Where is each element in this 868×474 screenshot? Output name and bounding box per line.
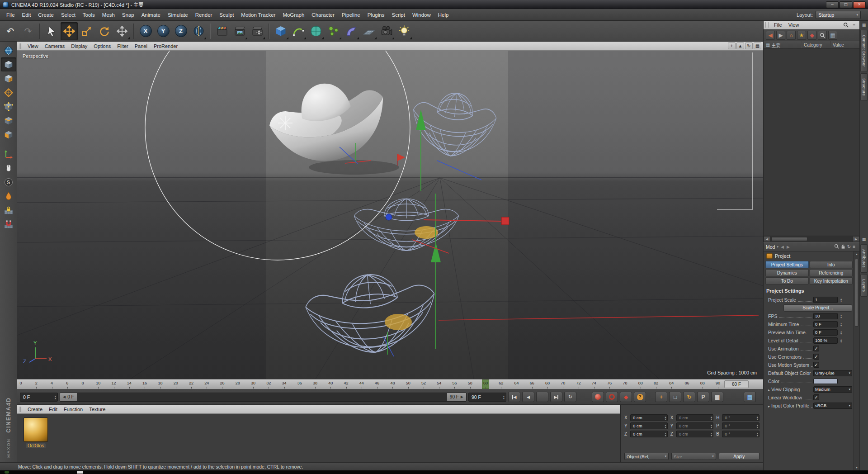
points-mode-button[interactable] [1, 100, 16, 114]
scrub-handle-start[interactable]: ◀0 F [60, 393, 77, 401]
menu-help[interactable]: Help [434, 10, 453, 20]
scroll-right-icon[interactable]: ▶ [853, 236, 859, 242]
attr-color-swatch[interactable] [813, 379, 838, 384]
attribute-mode-menu[interactable]: Mod [766, 244, 775, 250]
menu-snap[interactable]: Snap [118, 10, 138, 20]
timeline-ruler[interactable]: 0246810121416182022242628303234363840424… [17, 379, 763, 389]
enable-axis-button[interactable] [1, 147, 16, 161]
goto-start-button[interactable]: ◀ [508, 392, 520, 402]
attr-checkbox-use-generators[interactable]: ✓ [813, 354, 819, 360]
record-position-toggle[interactable]: + [655, 392, 667, 402]
move-tool-button[interactable] [61, 22, 78, 40]
browser-tree-root[interactable]: ▦主要 [764, 41, 802, 48]
stepper-icon[interactable]: ▴▾ [711, 416, 712, 420]
stepper-icon[interactable]: ▴▾ [665, 416, 666, 420]
material-menu-edit[interactable]: Edit [46, 405, 61, 413]
rotate-tool-button[interactable] [96, 22, 113, 40]
coord-mode-dropdown[interactable]: Object (Rel,▾ [624, 453, 669, 460]
browser-forward-button[interactable]: ▶ [776, 31, 785, 40]
coord-rotation-p-field[interactable]: 0 °▴▾ [722, 422, 760, 429]
scroll-left-icon[interactable]: ◀ [764, 236, 770, 242]
gold-ingot-wireframe-bottom[interactable] [303, 268, 440, 359]
title-bar[interactable]: CINEMA 4D R19.024 Studio (RC - R19) - [C… [0, 0, 868, 9]
column-header-category[interactable]: Category [802, 41, 830, 48]
attr-field-minimum-time[interactable]: 0 F [813, 321, 838, 327]
lock-workplane-button[interactable] [1, 203, 16, 217]
side-tab-content-browser[interactable]: Content Browser [860, 30, 868, 72]
stepper-icon[interactable]: ▴▾ [665, 424, 666, 428]
stepper-icon[interactable]: ▴▾ [840, 322, 842, 327]
x-axis-handle[interactable] [501, 217, 509, 225]
previous-frame-button[interactable]: ◀ [522, 392, 534, 402]
scrub-handle-end[interactable]: 90 F▶ [447, 393, 466, 401]
add-subdivision-surface-button[interactable] [307, 22, 325, 40]
apply-button[interactable]: Apply [719, 453, 760, 460]
render-picture-viewer-button[interactable] [231, 22, 248, 40]
attr-checkbox-use-motion-system[interactable]: ✓ [813, 362, 819, 368]
menu-motion-tracker[interactable]: Motion Tracker [237, 10, 279, 20]
autokeying-button[interactable] [606, 392, 618, 402]
record-keyframe-button[interactable] [592, 392, 604, 402]
taskbar-app-icon[interactable] [77, 471, 83, 474]
coord-position-x-field[interactable]: 0 cm▴▾ [630, 414, 668, 421]
search-icon[interactable] [842, 22, 849, 28]
history-back-icon[interactable]: ◀ [780, 245, 784, 249]
material-list[interactable]: OctGlos [17, 414, 620, 462]
toggle-views-icon[interactable]: ▦ [754, 43, 761, 49]
browser-menu-view[interactable]: View [785, 21, 802, 29]
add-generator-button[interactable] [325, 22, 342, 40]
render-settings-button[interactable] [249, 22, 266, 40]
add-camera-button[interactable] [378, 22, 395, 40]
coord-size-z-field[interactable]: 0 cm▴▾ [676, 431, 714, 437]
material-menu-function[interactable]: Function [61, 405, 86, 413]
lock-x-axis-button[interactable]: X [137, 22, 154, 40]
add-environment-button[interactable] [360, 22, 377, 40]
stepper-icon[interactable]: ▴▾ [840, 298, 842, 302]
menu-animate[interactable]: Animate [138, 10, 164, 20]
browser-presets-button[interactable]: ★ [797, 31, 806, 40]
coord-position-z-field[interactable]: 0 cm▴▾ [630, 431, 668, 437]
attr-tab-dynamics[interactable]: Dynamics [765, 269, 809, 276]
menu-pipeline[interactable]: Pipeline [338, 10, 364, 20]
material-item[interactable]: OctGlos [22, 417, 50, 448]
stepper-icon[interactable]: ▴▾ [840, 338, 842, 343]
side-tab-attributes[interactable]: Attributes [860, 244, 868, 273]
add-deformer-button[interactable] [343, 22, 360, 40]
viewport-menu-filter[interactable]: Filter [114, 42, 131, 50]
scroll-up-icon[interactable]: ▴ [854, 251, 859, 257]
panel-dock-icon[interactable]: ▦ [861, 236, 867, 242]
stepper-icon[interactable]: ▴▾ [503, 395, 505, 399]
viewport-menu-view[interactable]: View [24, 42, 42, 50]
next-frame-button[interactable]: ▶ [550, 392, 562, 402]
attr-checkbox-use-animation[interactable]: ✓ [813, 346, 819, 351]
attr-dropdown-input-color-profile[interactable]: sRGB▾ [813, 403, 852, 409]
menu-simulate[interactable]: Simulate [164, 10, 192, 20]
browser-catalogs-button[interactable]: ◆ [807, 31, 816, 40]
live-selection-button[interactable] [43, 22, 60, 40]
viewport-canvas[interactable]: Y X Z [17, 51, 763, 379]
menu-mesh[interactable]: Mesh [99, 10, 118, 20]
scrollbar-thumb[interactable] [855, 259, 859, 327]
coord-rotation-h-field[interactable]: 0 °▴▾ [722, 414, 760, 421]
add-light-button[interactable] [396, 22, 413, 40]
attr-field-level-of-detail[interactable]: 100 % [813, 337, 838, 344]
attr-tab-key-interpolation[interactable]: Key Interpolation [810, 277, 853, 284]
stepper-icon[interactable]: ▴▾ [757, 416, 758, 420]
snap-workplane-button[interactable] [1, 217, 16, 231]
side-tab-structure[interactable]: Structure [860, 73, 868, 101]
column-header-value[interactable]: Value [830, 41, 859, 48]
lock-z-axis-button[interactable]: Z [172, 22, 189, 40]
expand-arrow-icon[interactable]: ▸ [768, 388, 770, 392]
coord-size-dropdown[interactable]: Size▾ [671, 453, 716, 460]
stepper-icon[interactable]: ▴▾ [665, 432, 666, 436]
coord-rotation-b-field[interactable]: 0 °▴▾ [722, 431, 760, 437]
browser-view-button[interactable]: ▦ [828, 31, 837, 40]
browser-list-area[interactable] [764, 49, 859, 236]
viewport-menu-cameras[interactable]: Cameras [42, 42, 68, 50]
stepper-icon[interactable]: ▴▾ [840, 330, 842, 335]
polygons-mode-button[interactable] [1, 128, 16, 142]
zoom-view-icon[interactable]: ▲ [736, 43, 744, 49]
record-rotation-toggle[interactable]: ↻ [683, 392, 695, 402]
panel-menu-icon[interactable]: ≡ [851, 22, 858, 28]
loop-playback-button[interactable]: ↻ [564, 392, 576, 402]
